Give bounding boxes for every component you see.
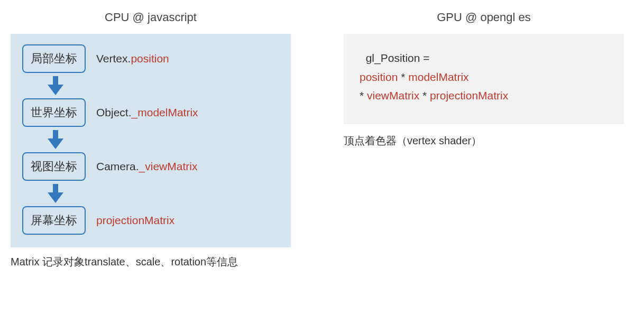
svg-marker-1 [48,85,63,95]
step-box: 屏幕坐标 [22,206,86,235]
label-prefix: Vertex. [96,52,131,64]
svg-rect-0 [53,76,58,86]
gpu-title: GPU @ opengl es [344,11,624,24]
svg-marker-5 [48,192,63,203]
gpu-column: GPU @ opengl es gl_Position = position *… [344,11,624,148]
label-highlight: position [131,52,169,64]
step-local-coords: 局部坐标 Vertex.position [22,44,279,73]
step-world-coords: 世界坐标 Object._modelMatrix [22,98,279,127]
code-hl: position [360,71,398,83]
cpu-panel: 局部坐标 Vertex.position 世界坐标 Object._modelM… [11,34,291,247]
code-hl: viewMatrix [367,89,419,101]
code-text: * [398,71,408,83]
code-text: gl_Position = [366,52,430,64]
step-box: 视图坐标 [22,152,86,181]
svg-rect-2 [53,130,58,140]
step-label: projectionMatrix [96,214,174,227]
step-label: Vertex.position [96,52,169,65]
step-view-coords: 视图坐标 Camera._viewMatrix [22,152,279,181]
arrow-down-icon [48,130,279,149]
label-highlight: projectionMatrix [96,214,174,226]
cpu-column: CPU @ javascript 局部坐标 Vertex.position 世界… [11,11,291,269]
step-screen-coords: 屏幕坐标 projectionMatrix [22,206,279,235]
svg-rect-4 [53,184,58,193]
arrow-down-icon [48,184,279,203]
diagram-columns: CPU @ javascript 局部坐标 Vertex.position 世界… [11,11,633,269]
label-highlight: _modelMatrix [132,106,198,118]
code-hl: projectionMatrix [430,89,508,101]
cpu-caption: Matrix 记录对象translate、scale、rotation等信息 [11,255,291,269]
step-box: 局部坐标 [22,44,86,73]
step-label: Camera._viewMatrix [96,160,197,173]
code-text: * [419,89,430,101]
code-line-3: * viewMatrix * projectionMatrix [360,86,608,105]
label-prefix: Object. [96,106,132,118]
cpu-title: CPU @ javascript [11,11,291,24]
gpu-panel: gl_Position = position * modelMatrix * v… [344,34,624,124]
code-text: * [360,89,367,101]
code-line-2: position * modelMatrix [360,68,608,87]
code-line-1: gl_Position = [360,49,608,68]
gpu-caption: 顶点着色器（vertex shader） [344,134,624,148]
step-box: 世界坐标 [22,98,86,127]
step-label: Object._modelMatrix [96,106,198,119]
arrow-down-icon [48,76,279,95]
label-highlight: _viewMatrix [139,160,198,172]
svg-marker-3 [48,138,63,149]
label-prefix: Camera. [96,160,139,172]
code-hl: modelMatrix [408,71,468,83]
